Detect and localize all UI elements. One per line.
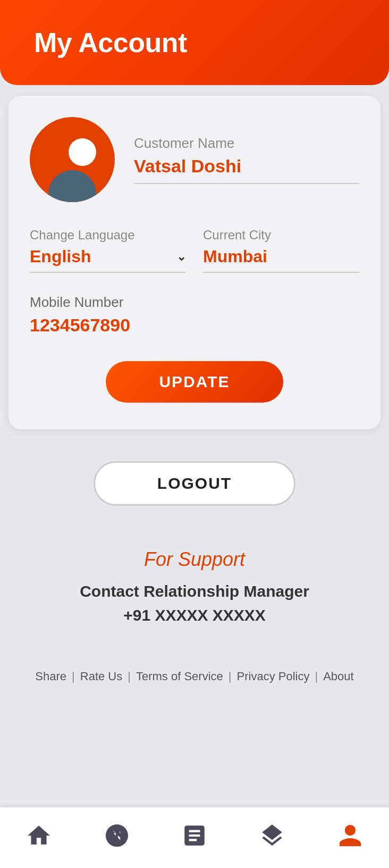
footer-link-about[interactable]: About: [323, 670, 354, 683]
offers-icon: [104, 822, 130, 849]
orders-icon: [181, 822, 208, 849]
footer-link-terms[interactable]: Terms of Service: [136, 670, 223, 683]
footer-sep-3: |: [229, 670, 232, 683]
nav-home[interactable]: [15, 818, 63, 853]
customer-name-value[interactable]: Vatsal Doshi: [134, 156, 359, 184]
nav-profile[interactable]: [326, 818, 374, 853]
language-label: Change Language: [30, 228, 186, 243]
update-btn-wrapper: UPDATE: [30, 361, 359, 403]
nav-layers[interactable]: [248, 818, 296, 853]
profile-icon: [337, 822, 363, 849]
layers-icon: [259, 822, 285, 849]
nav-orders[interactable]: [171, 818, 218, 853]
footer-sep-4: |: [315, 670, 318, 683]
logout-button[interactable]: LOGOUT: [94, 461, 295, 506]
city-group: Current City Mumbai: [203, 228, 359, 273]
support-section: For Support Contact Relationship Manager…: [80, 548, 309, 627]
update-button[interactable]: UPDATE: [106, 361, 283, 403]
support-contact: Contact Relationship Manager +91 XXXXX X…: [80, 579, 309, 627]
support-contact-line2: +91 XXXXX XXXXX: [80, 603, 309, 627]
mobile-label: Mobile Number: [30, 294, 359, 311]
avatar: [30, 117, 115, 202]
language-select[interactable]: English ⌄: [30, 247, 186, 273]
customer-name-label: Customer Name: [134, 135, 359, 152]
support-title: For Support: [80, 548, 309, 571]
gray-section: LOGOUT For Support Contact Relationship …: [0, 429, 389, 715]
main-card: Customer Name Vatsal Doshi Change Langua…: [9, 96, 380, 429]
footer-link-rate-us[interactable]: Rate Us: [80, 670, 122, 683]
city-value[interactable]: Mumbai: [203, 247, 359, 273]
home-icon: [26, 822, 52, 849]
profile-section: Customer Name Vatsal Doshi: [30, 117, 359, 202]
footer-link-privacy[interactable]: Privacy Policy: [237, 670, 310, 683]
customer-name-section: Customer Name Vatsal Doshi: [134, 135, 359, 184]
mobile-value: 1234567890: [30, 315, 359, 336]
lang-city-row: Change Language English ⌄ Current City M…: [30, 228, 359, 273]
city-label: Current City: [203, 228, 359, 243]
page-title: My Account: [34, 27, 187, 58]
footer-links: Share | Rate Us | Terms of Service | Pri…: [9, 670, 380, 683]
footer-sep-1: |: [72, 670, 75, 683]
footer-sep-2: |: [128, 670, 131, 683]
language-group: Change Language English ⌄: [30, 228, 186, 273]
support-contact-line1: Contact Relationship Manager: [80, 579, 309, 603]
footer-link-share[interactable]: Share: [35, 670, 66, 683]
bottom-nav: [0, 807, 389, 868]
header-section: My Account: [0, 0, 389, 85]
mobile-section: Mobile Number 1234567890: [30, 294, 359, 336]
chevron-down-icon: ⌄: [176, 250, 186, 264]
nav-offers[interactable]: [93, 818, 141, 853]
language-value[interactable]: English ⌄: [30, 247, 186, 266]
